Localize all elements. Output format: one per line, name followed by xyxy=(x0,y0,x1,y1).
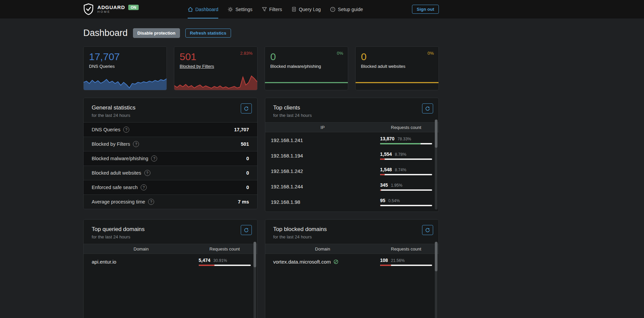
setup-guide-icon: ? xyxy=(330,7,335,12)
requests-percent: 8.78% xyxy=(395,152,406,157)
column-header-domain: Domain xyxy=(84,246,199,252)
requests-percent: 8.74% xyxy=(395,168,406,172)
stat-row-value: 0 xyxy=(246,156,249,161)
help-icon[interactable]: ? xyxy=(144,170,150,176)
stat-label-link[interactable]: Blocked by Filters xyxy=(180,64,252,69)
shield-logo-icon xyxy=(83,3,94,15)
nav-label: Dashboard xyxy=(195,7,219,12)
sign-out-button[interactable]: Sign out xyxy=(412,5,439,14)
progress-bar-fill xyxy=(380,205,380,206)
refresh-button[interactable] xyxy=(422,103,433,113)
column-header-requests: Requests count xyxy=(380,246,439,252)
requests-count: 95 xyxy=(380,198,385,203)
scrollbar[interactable] xyxy=(435,242,438,318)
stat-row-label-text: DNS Queries xyxy=(92,127,120,132)
requests-count: 5,474 xyxy=(199,258,211,263)
unblock-icon[interactable] xyxy=(333,259,338,264)
card-subtitle: for the last 24 hours xyxy=(273,234,431,239)
scrollbar[interactable] xyxy=(254,242,256,318)
stat-card-blocked-malware: 0% 0 Blocked malware/phishing xyxy=(265,46,348,90)
domain-name[interactable]: api.entur.io xyxy=(92,259,116,265)
client-ip[interactable]: 192.168.1.241 xyxy=(271,137,303,143)
stat-percent: 0% xyxy=(337,51,343,56)
help-icon[interactable]: ? xyxy=(151,155,157,162)
table-header: Domain Requests count xyxy=(84,244,257,254)
progress-bar xyxy=(380,158,432,160)
card-title: General statistics xyxy=(92,104,249,111)
requests-count-cell: 5,474 30.91% xyxy=(199,258,257,266)
nav-label: Setup guide xyxy=(338,7,363,12)
stat-label: Blocked adult websites xyxy=(361,64,433,69)
nav-item-query-log[interactable]: Query Log xyxy=(291,0,321,18)
disable-protection-button[interactable]: Disable protection xyxy=(133,28,180,38)
requests-count: 1,548 xyxy=(380,167,392,172)
top-blocked-domains-card: Top blocked domains for the last 24 hour… xyxy=(265,219,439,318)
nav-item-setup-guide[interactable]: ? Setup guide xyxy=(330,0,363,18)
stat-row-label: DNS Queries ? xyxy=(92,127,129,133)
dns-queries-sparkline xyxy=(84,74,167,90)
adguard-logo[interactable]: ADGUARD ON HOME xyxy=(83,0,139,18)
stat-row-value: 0 xyxy=(246,185,249,190)
top-clients-card: Top clients for the last 24 hours IP Req… xyxy=(265,98,439,212)
refresh-statistics-button[interactable]: Refresh statistics xyxy=(185,29,231,38)
card-subtitle: for the last 24 hours xyxy=(92,113,249,118)
help-icon[interactable]: ? xyxy=(123,127,129,133)
stat-row-value: 7 ms xyxy=(238,199,249,205)
refresh-icon xyxy=(425,228,430,233)
scrollbar-thumb[interactable] xyxy=(435,242,438,271)
svg-text:?: ? xyxy=(332,8,334,11)
requests-count-cell: 1,548 8.74% xyxy=(380,167,439,175)
nav-item-dashboard[interactable]: Dashboard xyxy=(188,0,219,18)
stat-card-blocked-adult: 0% 0 Blocked adult websites xyxy=(355,46,439,90)
client-ip[interactable]: 192.168.1.194 xyxy=(271,153,303,158)
top-queried-domains-card: Top queried domains for the last 24 hour… xyxy=(83,219,258,318)
stat-row-value: 17,707 xyxy=(234,127,249,132)
stat-row-label-text: Blocked adult websites xyxy=(92,170,141,176)
client-ip[interactable]: 192.168.1.244 xyxy=(271,184,303,189)
client-ip[interactable]: 192.168.1.242 xyxy=(271,168,303,174)
card-subtitle: for the last 24 hours xyxy=(273,113,431,118)
stat-card-dns-queries: 17,707 DNS Queries xyxy=(83,46,167,90)
top-queried-domains-table: api.entur.io 5,474 30.91% xyxy=(84,254,257,269)
progress-bar-fill xyxy=(199,265,215,266)
help-icon[interactable]: ? xyxy=(133,141,139,147)
refresh-button[interactable] xyxy=(422,225,433,235)
requests-count: 108 xyxy=(380,258,388,263)
main-nav: Dashboard Settings xyxy=(188,0,363,18)
general-statistics-card: General statistics for the last 24 hours… xyxy=(83,98,258,209)
stat-value: 17,707 xyxy=(89,51,161,62)
stat-card-blocked-filters: 2.83% 501 Blocked by Filters xyxy=(174,46,258,90)
stat-row-label: Blocked adult websites ? xyxy=(92,170,150,176)
requests-count-cell: 345 1.95% xyxy=(380,182,439,191)
nav-label: Filters xyxy=(269,7,282,12)
nav-label: Query Log xyxy=(299,7,321,12)
help-icon[interactable]: ? xyxy=(141,184,147,190)
refresh-icon xyxy=(425,106,430,111)
scrollbar[interactable] xyxy=(435,120,438,210)
column-header-requests: Requests count xyxy=(199,246,257,252)
stat-row-value: 0 xyxy=(246,170,249,176)
refresh-button[interactable] xyxy=(241,103,252,113)
progress-bar-fill xyxy=(380,265,391,266)
client-ip[interactable]: 192.168.1.98 xyxy=(271,199,301,205)
table-header: Domain Requests count xyxy=(265,244,439,254)
client-row: 192.168.1.241 13,870 78.33% xyxy=(265,132,439,148)
progress-bar-fill xyxy=(380,158,385,160)
nav-item-settings[interactable]: Settings xyxy=(228,0,252,18)
progress-bar xyxy=(380,205,432,206)
progress-bar-fill xyxy=(380,174,385,175)
scrollbar-thumb[interactable] xyxy=(254,242,256,267)
requests-count-cell: 95 0.54% xyxy=(380,198,439,206)
domain-name[interactable]: vortex.data.microsoft.com xyxy=(273,259,331,265)
stat-label: Blocked malware/phishing xyxy=(270,64,342,69)
stat-label: DNS Queries xyxy=(89,64,161,69)
client-row: 192.168.1.194 1,554 8.78% xyxy=(265,148,439,163)
refresh-button[interactable] xyxy=(241,225,252,235)
refresh-icon xyxy=(244,228,249,233)
general-statistics-table: DNS Queries ? 17,707 Blocked by Filters … xyxy=(84,122,257,209)
help-icon[interactable]: ? xyxy=(148,199,154,205)
client-row: 192.168.1.244 345 1.95% xyxy=(265,179,439,194)
requests-percent: 30.91% xyxy=(214,258,227,263)
scrollbar-thumb[interactable] xyxy=(435,120,438,148)
nav-item-filters[interactable]: Filters xyxy=(262,0,282,18)
